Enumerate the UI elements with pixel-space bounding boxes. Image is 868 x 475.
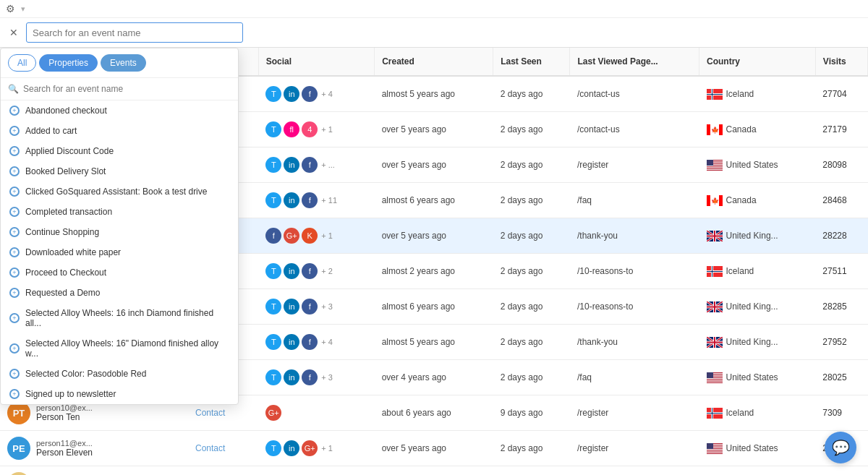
- social-icons-group: Tinf+ 2: [265, 263, 367, 279]
- dropdown-item-label: Completed transaction: [25, 207, 112, 217]
- dropdown-item-label: Booked Delivery Slot: [25, 166, 106, 176]
- social-cell: Tinf+ 3: [258, 360, 374, 395]
- dropdown-list-item[interactable]: + Completed transaction: [1, 202, 238, 222]
- country-cell: United King...: [699, 325, 816, 360]
- country-name: United States: [726, 443, 778, 453]
- user-cell: PE person11@ex... Person Eleven: [0, 431, 188, 466]
- social-cell: Tinf+ 3: [258, 289, 374, 325]
- user-name: Person Ten: [36, 412, 93, 422]
- social-cell: Tinf+ 2: [258, 254, 374, 289]
- dropdown-search-row: 🔍: [1, 78, 238, 100]
- social-more-count: + 1: [321, 231, 333, 240]
- avatar: PE: [7, 437, 30, 460]
- last-page-cell: /contact-us: [570, 76, 699, 112]
- twitter-icon: T: [265, 86, 281, 102]
- plus-circle-icon: +: [9, 126, 20, 136]
- country-flag: [707, 231, 723, 241]
- dropdown-list-item[interactable]: + Added to cart: [1, 121, 238, 141]
- dropdown-item-label: Requested a Demo: [25, 288, 100, 298]
- plus-circle-icon: +: [9, 227, 20, 237]
- last-page-cell: /thank-you: [570, 325, 699, 360]
- avatar: HB: [7, 472, 30, 475]
- dropdown-list-item[interactable]: + Clicked GoSquared Assistant: Book a te…: [1, 181, 238, 202]
- social-icons-group: fG+K+ 1: [265, 228, 367, 244]
- visits-cell: 28228: [815, 218, 867, 254]
- facebook-icon: f: [302, 334, 318, 350]
- created-cell: almost 6 years ago: [375, 183, 493, 218]
- country-flag: 🍁: [707, 195, 723, 206]
- country-name: Iceland: [726, 408, 754, 418]
- table-row[interactable]: PE person11@ex... Person Eleven Contact …: [0, 431, 868, 466]
- visits-cell: 28098: [815, 147, 867, 183]
- user-info: person10@ex... Person Ten: [36, 403, 93, 422]
- last-page-cell: /contact-us: [570, 466, 699, 476]
- status-cell: Lead: [188, 466, 258, 476]
- country-name: United King...: [726, 337, 778, 347]
- col-social: Social: [258, 48, 374, 76]
- dropdown-item-label: Clicked GoSquared Assistant: Book a test…: [25, 187, 207, 197]
- linkedin-icon: in: [284, 86, 299, 102]
- user-cell: HB harper.barnaby@ex... Harper Barnaby: [0, 466, 188, 476]
- dropdown-list-item[interactable]: + Signed up to newsletter: [1, 384, 238, 404]
- social-more-count: + 4: [321, 338, 333, 346]
- plus-circle-icon: +: [9, 268, 20, 278]
- last-seen-cell: 2 days ago: [493, 254, 570, 289]
- dropdown-list-item[interactable]: + Downloaded white paper: [1, 242, 238, 262]
- visits-cell: 7309: [815, 395, 867, 431]
- dropdown-list-item[interactable]: + Continue Shopping: [1, 222, 238, 242]
- last-seen-cell: 2 days ago: [493, 360, 570, 395]
- dropdown-search-input[interactable]: [23, 84, 231, 94]
- search-close-button[interactable]: ✕: [6, 25, 22, 40]
- twitter-icon: T: [265, 440, 281, 456]
- col-created: Created: [375, 48, 493, 76]
- user-email: person11@ex...: [36, 439, 93, 448]
- social-cell: Tinf+ 4: [258, 325, 374, 360]
- country-flag: [707, 160, 723, 171]
- tab-all[interactable]: All: [8, 54, 36, 72]
- country-cell: United States: [699, 431, 816, 466]
- dropdown-list-item[interactable]: + Abandoned checkout: [1, 100, 238, 121]
- linkedin-icon: in: [284, 299, 299, 314]
- dropdown-list-item[interactable]: + Selected Color: Pasodoble Red: [1, 364, 238, 384]
- dropdown-list-item[interactable]: + Selected Alloy Wheels: 16" Diamond fin…: [1, 333, 238, 364]
- dropdown-list-item[interactable]: + Proceed to Checkout: [1, 262, 238, 283]
- settings-icon[interactable]: ⚙: [6, 3, 15, 14]
- chat-widget[interactable]: 💬: [825, 432, 856, 463]
- svg-text:🍁: 🍁: [710, 197, 719, 205]
- social-cell: TinG++ 1: [258, 431, 374, 466]
- visits-cell: 27511: [815, 254, 867, 289]
- country-cell: United King...: [699, 289, 816, 325]
- svg-rect-29: [707, 235, 723, 236]
- social-icons-group: G+: [265, 405, 367, 421]
- tab-events[interactable]: Events: [101, 54, 146, 72]
- country-flag: [707, 337, 723, 348]
- table-row[interactable]: HB harper.barnaby@ex... Harper Barnaby L…: [0, 466, 868, 476]
- last-seen-cell: 2 days ago: [493, 289, 570, 325]
- svg-rect-65: [707, 413, 723, 414]
- dropdown-list-item[interactable]: + Selected Alloy Wheels: 16 inch Diamond…: [1, 303, 238, 333]
- linkedin-icon: in: [284, 440, 299, 456]
- search-input[interactable]: [26, 22, 243, 43]
- googleplus-icon: G+: [302, 440, 318, 456]
- tab-properties[interactable]: Properties: [39, 54, 98, 72]
- visits-cell: 27952: [815, 325, 867, 360]
- social-cell: Tinf+ ...: [258, 147, 374, 183]
- dropdown-list-item[interactable]: + Applied Discount Code: [1, 141, 238, 161]
- svg-rect-71: [707, 450, 723, 451]
- dropdown-item-label: Applied Discount Code: [25, 146, 114, 156]
- social-more-count: + 4: [321, 90, 333, 98]
- svg-text:🍁: 🍁: [710, 126, 719, 134]
- toolbar-separator: ▾: [21, 4, 25, 14]
- col-last-seen: Last Seen: [493, 48, 570, 76]
- dropdown-list-item[interactable]: + Requested a Demo: [1, 283, 238, 303]
- dropdown-item-label: Selected Alloy Wheels: 16 inch Diamond f…: [25, 308, 229, 328]
- linkedin-icon: in: [284, 369, 299, 385]
- created-cell: about 4 years ago: [375, 466, 493, 476]
- svg-rect-18: [707, 195, 710, 206]
- linkedin-icon: in: [284, 334, 299, 350]
- event-filter-dropdown: All Properties Events 🔍 + Abandoned chec…: [0, 48, 239, 405]
- dropdown-list-item[interactable]: + Booked Delivery Slot: [1, 161, 238, 181]
- country-cell: United King...: [699, 466, 816, 476]
- dropdown-item-label: Abandoned checkout: [25, 106, 107, 116]
- plus-circle-icon: +: [9, 146, 20, 156]
